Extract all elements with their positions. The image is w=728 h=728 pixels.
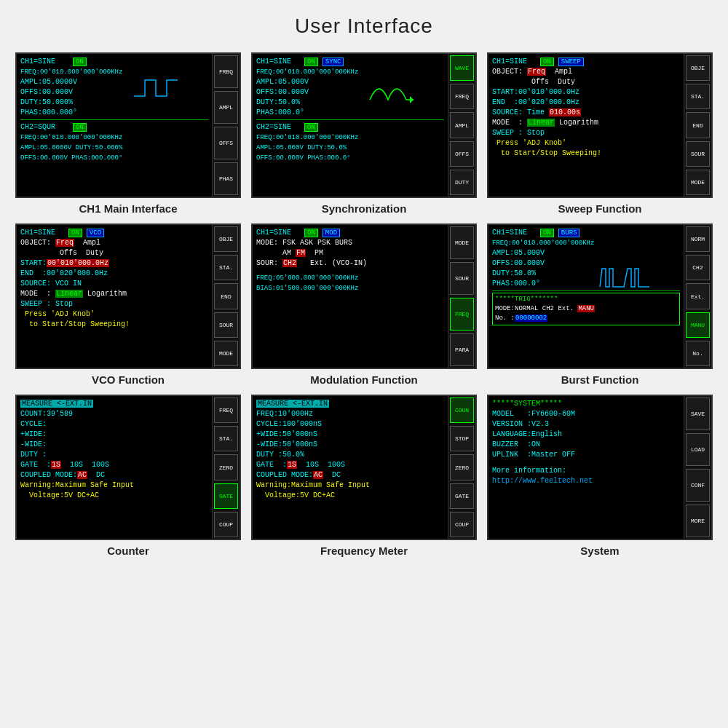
main-vco: CH1=SINE ON VCO OBJECT: Freq Ampl Offs D… xyxy=(17,225,212,368)
btn-mode3[interactable]: MODE xyxy=(450,226,474,259)
label-burst: Burst Function xyxy=(561,373,639,386)
btn-obje[interactable]: OBJE xyxy=(686,55,710,81)
main-freqmeter: MEASURE <-EXT.IN FREQ:10'000Hz CYCLE:100… xyxy=(253,396,448,539)
page-title: User Interface xyxy=(295,15,433,38)
screen-mod: CH1=SINE ON MOD MODE: FSK ASK PSK BURS A… xyxy=(251,223,477,369)
screen-sweep: CH1=SINE ON SWEEP OBJECT: Freq Ampl Offs… xyxy=(487,52,713,198)
cell-vco: CH1=SINE ON VCO OBJECT: Freq Ampl Offs D… xyxy=(15,223,241,386)
cell-burst: CH1=SINE ON BURS FREQ:00'010.000'000'000… xyxy=(487,223,713,386)
screen-burst: CH1=SINE ON BURS FREQ:00'010.000'000'000… xyxy=(487,223,713,369)
main-burst: CH1=SINE ON BURS FREQ:00'010.000'000'000… xyxy=(488,225,684,368)
btn-ext[interactable]: Ext. xyxy=(686,283,710,309)
btn-ampl2[interactable]: AMPL xyxy=(450,112,474,138)
btn-freq3[interactable]: FREQ xyxy=(214,397,238,423)
screen-freqmeter: MEASURE <-EXT.IN FREQ:10'000Hz CYCLE:100… xyxy=(251,395,477,540)
screen-sync: CH1=SINE ON SYNC FREQ:00'010.000'000'000… xyxy=(251,52,477,198)
btn-end[interactable]: END xyxy=(686,112,710,138)
main-counter: MEASURE <-EXT.IN COUNT:39'589 CYCLE: +WI… xyxy=(17,396,212,539)
cell-sync: CH1=SINE ON SYNC FREQ:00'010.000'000'000… xyxy=(251,52,477,215)
btn-sta3[interactable]: STA. xyxy=(214,426,238,451)
label-freqmeter: Frequency Meter xyxy=(320,545,408,557)
waveform-sync xyxy=(366,74,417,107)
btn-wave[interactable]: WAVE xyxy=(450,55,474,81)
btn-para[interactable]: PARA xyxy=(450,333,474,366)
cell-ch1-main: CH1=SINE ON FREQ:00'010.000'000'000KHz A… xyxy=(15,52,241,215)
btn-conf[interactable]: CONF xyxy=(686,469,710,502)
cell-freqmeter: MEASURE <-EXT.IN FREQ:10'000Hz CYCLE:100… xyxy=(251,395,477,557)
screen-system: *****SYSTEM***** MODEL :FY6600-60M VERSI… xyxy=(487,395,713,540)
btn-offs[interactable]: OFFS xyxy=(214,127,238,159)
screen-vco: CH1=SINE ON VCO OBJECT: Freq Ampl Offs D… xyxy=(15,223,241,369)
btn-stop[interactable]: STOP xyxy=(450,426,474,451)
label-mod: Modulation Function xyxy=(310,373,417,386)
btn-freq[interactable]: FREQ xyxy=(450,84,474,109)
sidebar-ch1-main: FRBQ AMPL OFFS PHAS xyxy=(212,54,240,197)
btn-mode[interactable]: MODE xyxy=(686,170,710,195)
sidebar-sweep: OBJE STA. END SOUR MODE xyxy=(684,54,711,197)
btn-sta2[interactable]: STA. xyxy=(214,255,238,280)
waveform-burst xyxy=(598,261,653,292)
label-system: System xyxy=(580,545,619,557)
btn-norm[interactable]: NORM xyxy=(686,226,710,252)
waveform-ch1 xyxy=(130,74,181,103)
label-ch1-main: CH1 Main Interface xyxy=(79,202,177,215)
label-sweep: Sweep Function xyxy=(558,202,641,215)
btn-gate2[interactable]: GATE xyxy=(450,483,474,509)
btn-coup2[interactable]: COUP xyxy=(450,512,474,537)
btn-gate[interactable]: GATE xyxy=(214,483,238,509)
btn-ampl[interactable]: AMPL xyxy=(214,91,238,124)
btn-sour3[interactable]: SOUR xyxy=(450,262,474,295)
screen-counter: MEASURE <-EXT.IN COUNT:39'589 CYCLE: +WI… xyxy=(15,395,241,540)
sidebar-mod: MODE SOUR FREQ PARA xyxy=(448,225,475,368)
sidebar-system: SAVE LOAD CONF MORE xyxy=(684,396,711,539)
btn-more[interactable]: MORE xyxy=(686,505,710,537)
label-vco: VCO Function xyxy=(92,373,165,386)
cell-counter: MEASURE <-EXT.IN COUNT:39'589 CYCLE: +WI… xyxy=(15,395,241,557)
btn-sour2[interactable]: SOUR xyxy=(214,312,238,338)
screen-ch1-main: CH1=SINE ON FREQ:00'010.000'000'000KHz A… xyxy=(15,52,241,198)
btn-sta[interactable]: STA. xyxy=(686,84,710,109)
btn-load[interactable]: LOAD xyxy=(686,433,710,466)
main-ch1: CH1=SINE ON FREQ:00'010.000'000'000KHz A… xyxy=(17,54,212,197)
btn-duty[interactable]: DUTY xyxy=(450,170,474,195)
btn-sour[interactable]: SOUR xyxy=(686,141,710,167)
btn-frbq[interactable]: FRBQ xyxy=(214,55,238,88)
btn-no[interactable]: No. xyxy=(686,341,710,366)
btn-zero2[interactable]: ZERO xyxy=(450,454,474,480)
btn-end2[interactable]: END xyxy=(214,283,238,309)
label-sync: Synchronization xyxy=(322,202,407,215)
sidebar-vco: OBJE STA. END SOUR MODE xyxy=(212,225,240,368)
sidebar-counter: FREQ STA. ZERO GATE COUP xyxy=(212,396,240,539)
btn-mode2[interactable]: MODE xyxy=(214,341,238,366)
main-system: *****SYSTEM***** MODEL :FY6600-60M VERSI… xyxy=(488,396,684,539)
label-counter: Counter xyxy=(107,545,149,557)
main-sync: CH1=SINE ON SYNC FREQ:00'010.000'000'000… xyxy=(253,54,448,197)
svg-marker-1 xyxy=(410,96,414,103)
main-mod: CH1=SINE ON MOD MODE: FSK ASK PSK BURS A… xyxy=(253,225,448,368)
sidebar-freqmeter: COUN STOP ZERO GATE COUP xyxy=(448,396,475,539)
cell-mod: CH1=SINE ON MOD MODE: FSK ASK PSK BURS A… xyxy=(251,223,477,386)
btn-coun[interactable]: COUN xyxy=(450,397,474,423)
btn-freq2[interactable]: FREQ xyxy=(450,298,474,331)
main-sweep: CH1=SINE ON SWEEP OBJECT: Freq Ampl Offs… xyxy=(488,54,684,197)
btn-offs2[interactable]: OFFS xyxy=(450,141,474,167)
ui-grid: CH1=SINE ON FREQ:00'010.000'000'000KHz A… xyxy=(15,52,713,557)
btn-zero[interactable]: ZERO xyxy=(214,454,238,480)
cell-sweep: CH1=SINE ON SWEEP OBJECT: Freq Ampl Offs… xyxy=(487,52,713,215)
btn-coup[interactable]: COUP xyxy=(214,512,238,537)
btn-obje2[interactable]: OBJE xyxy=(214,226,238,252)
sidebar-burst: NORM CH2 Ext. MANU No. xyxy=(684,225,711,368)
sidebar-sync: WAVE FREQ AMPL OFFS DUTY xyxy=(448,54,475,197)
btn-manu[interactable]: MANU xyxy=(686,312,710,338)
cell-system: *****SYSTEM***** MODEL :FY6600-60M VERSI… xyxy=(487,395,713,557)
btn-save[interactable]: SAVE xyxy=(686,397,710,430)
btn-ch2[interactable]: CH2 xyxy=(686,255,710,280)
btn-phas[interactable]: PHAS xyxy=(214,162,238,195)
